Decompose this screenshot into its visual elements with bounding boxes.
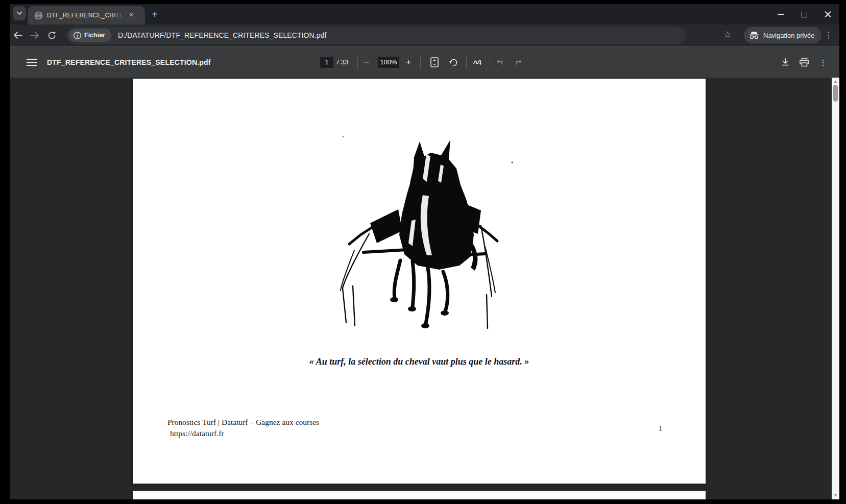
tab-search-button[interactable] [13,6,26,20]
zoom-in-button[interactable]: + [401,55,416,69]
maximize-icon [802,12,807,17]
pdf-page-1: « Au turf, la sélection du cheval vaut p… [133,79,706,484]
toolbar-divider [420,55,421,69]
globe-favicon-icon [34,11,43,20]
active-tab[interactable]: DTF_REFERENCE_CRITERES_SELE × [28,6,145,25]
print-icon [800,58,809,67]
scrollbar-thumb[interactable] [833,85,838,102]
zoom-out-button[interactable]: − [359,55,374,69]
toolbar-divider [466,55,467,69]
browser-menu-icon[interactable]: ⋮ [822,29,835,42]
reload-button[interactable] [45,29,58,42]
print-button[interactable] [797,55,811,69]
reload-icon [47,31,56,40]
redo-icon [513,59,522,66]
toolbar-divider [490,55,490,69]
page-count-label: / 33 [337,58,349,66]
undo-button[interactable] [494,55,509,69]
chevron-down-icon [16,11,22,15]
pdf-filename: DTF_REFERENCE_CRITERES_SELECTION.pdf [47,58,211,66]
scroll-down-icon[interactable]: ▼ [832,493,839,497]
bookmark-star-icon[interactable]: ☆ [721,29,734,42]
chrome-window: DTF_REFERENCE_CRITERES_SELE × + [10,4,839,499]
file-scheme-chip[interactable]: Fichier [69,29,111,42]
redo-button[interactable] [510,55,524,69]
back-button[interactable] [11,29,25,42]
rotate-icon [449,58,458,67]
new-tab-button[interactable]: + [148,8,161,21]
pdf-toolbar: DTF_REFERENCE_CRITERES_SELECTION.pdf 1 /… [10,46,839,78]
footer-link: https://dataturf.fr [170,429,224,438]
info-icon [74,32,81,39]
incognito-label: Navigation privée [763,32,814,39]
tab-title-fade [112,12,124,19]
forward-arrow-icon [30,32,39,39]
browser-window: DTF_REFERENCE_CRITERES_SELE × + [0,0,846,504]
annotate-button[interactable] [471,55,486,69]
zoom-level-input[interactable]: 100% [378,57,399,68]
footer-line-1: Pronostics Turf | Dataturf – Gagnez aux … [167,418,319,427]
back-arrow-icon [13,32,22,39]
pen-squiggle-icon [473,58,484,66]
tab-close-icon[interactable]: × [127,11,136,20]
window-close-button[interactable] [816,4,839,25]
printed-page-number: 1 [659,424,663,433]
tab-strip: DTF_REFERENCE_CRITERES_SELE × + [10,4,839,25]
pdf-content-area[interactable]: « Au turf, la sélection du cheval vaut p… [10,78,839,499]
download-icon [781,58,789,67]
fit-page-icon [430,57,439,67]
address-bar[interactable]: Fichier D:/DATATURF/DTF_REFERENCE_CRITER… [66,27,686,44]
minimize-icon [778,14,784,15]
undo-icon [497,59,506,66]
window-minimize-button[interactable] [769,4,792,25]
incognito-badge[interactable]: Navigation privée [744,27,821,43]
pdf-more-icon[interactable]: ⋮ [816,55,830,69]
window-controls [769,4,839,25]
vertical-scrollbar[interactable]: ▲ ▼ [832,78,839,499]
close-icon [825,11,831,18]
forward-button[interactable] [28,29,41,42]
incognito-icon [749,31,759,39]
scroll-up-icon[interactable]: ▲ [832,79,839,84]
url-text: D:/DATATURF/DTF_REFERENCE_CRITERES_SELEC… [118,31,327,39]
rotate-button[interactable] [446,55,461,69]
window-maximize-button[interactable] [792,4,816,25]
horse-sulky-illustration [336,134,516,340]
fit-page-button[interactable] [427,55,442,69]
pdf-menu-icon[interactable] [26,56,38,68]
page-number-input[interactable]: 1 [320,57,333,68]
download-button[interactable] [778,55,792,69]
file-chip-label: Fichier [84,32,105,39]
page-quote: « Au turf, la sélection du cheval vaut p… [133,356,706,367]
browser-toolbar: Fichier D:/DATATURF/DTF_REFERENCE_CRITER… [10,25,839,46]
tab-title: DTF_REFERENCE_CRITERES_SELE [47,12,124,19]
pdf-page-2-top-edge [133,491,706,499]
toolbar-divider [357,55,358,69]
